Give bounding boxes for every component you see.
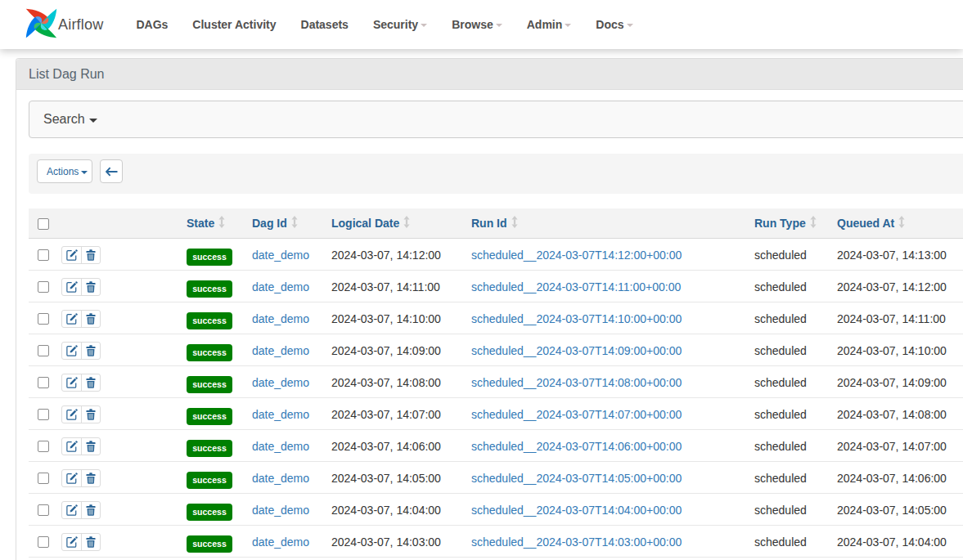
run-id-link[interactable]: scheduled__2024-03-07T14:05:00+00:00 bbox=[471, 472, 682, 485]
row-select-cell bbox=[29, 270, 55, 302]
dag-id-cell: date_demo bbox=[245, 238, 325, 270]
dag-id-link[interactable]: date_demo bbox=[252, 440, 309, 453]
nav-link-cluster-activity[interactable]: Cluster Activity bbox=[180, 0, 288, 49]
row-tools bbox=[61, 342, 101, 360]
nav-link-dags[interactable]: DAGs bbox=[124, 0, 180, 49]
dag-run-row: successdate_demo2024-03-07, 14:05:00sche… bbox=[29, 461, 963, 493]
delete-record-button[interactable] bbox=[81, 438, 100, 455]
actions-button[interactable]: Actions bbox=[37, 159, 92, 183]
trash-icon bbox=[86, 249, 96, 261]
column-label: Logical Date bbox=[331, 217, 399, 230]
dag-id-cell: date_demo bbox=[245, 429, 325, 461]
run-id-link[interactable]: scheduled__2024-03-07T14:03:00+00:00 bbox=[471, 535, 682, 549]
sort-run-type[interactable]: Run Type bbox=[754, 216, 817, 231]
delete-record-button[interactable] bbox=[81, 406, 100, 423]
nav-link-docs[interactable]: Docs bbox=[583, 0, 645, 49]
row-checkbox[interactable] bbox=[38, 345, 49, 356]
row-tools bbox=[61, 405, 101, 423]
edit-record-button[interactable] bbox=[62, 247, 81, 263]
airflow-brand[interactable]: Airflow bbox=[25, 11, 103, 38]
run-id-link[interactable]: scheduled__2024-03-07T14:11:00+00:00 bbox=[471, 280, 681, 293]
edit-record-button[interactable] bbox=[62, 534, 81, 550]
edit-record-button[interactable] bbox=[62, 406, 81, 423]
run-id-link[interactable]: scheduled__2024-03-07T14:06:00+00:00 bbox=[471, 440, 682, 453]
dag-id-link[interactable]: date_demo bbox=[252, 504, 309, 517]
nav-link-admin[interactable]: Admin bbox=[515, 0, 584, 49]
sort-run-id[interactable]: Run Id bbox=[471, 216, 518, 231]
dag-id-link[interactable]: date_demo bbox=[252, 472, 309, 485]
sort-queued-at[interactable]: Queued At bbox=[837, 216, 905, 231]
state-cell: success bbox=[180, 270, 245, 302]
nav-link-security[interactable]: Security bbox=[361, 0, 439, 49]
dag-id-link[interactable]: date_demo bbox=[252, 280, 309, 293]
delete-record-button[interactable] bbox=[81, 247, 100, 263]
edit-record-button[interactable] bbox=[62, 311, 81, 327]
edit-record-button[interactable] bbox=[62, 502, 81, 518]
state-cell: success bbox=[180, 429, 245, 461]
row-checkbox[interactable] bbox=[38, 536, 49, 548]
delete-record-button[interactable] bbox=[81, 502, 100, 518]
run-id-link[interactable]: scheduled__2024-03-07T14:09:00+00:00 bbox=[471, 344, 682, 357]
row-checkbox[interactable] bbox=[38, 313, 49, 325]
run-id-link[interactable]: scheduled__2024-03-07T14:07:00+00:00 bbox=[471, 408, 682, 421]
queued-at-cell: 2024-03-07, 14:13:00 bbox=[830, 238, 963, 270]
run-id-cell: scheduled__2024-03-07T14:06:00+00:00 bbox=[465, 429, 748, 461]
queued-at-cell: 2024-03-07, 14:09:00 bbox=[830, 365, 963, 397]
dag-id-link[interactable]: date_demo bbox=[252, 312, 309, 325]
run-id-link[interactable]: scheduled__2024-03-07T14:08:00+00:00 bbox=[471, 376, 682, 389]
dag-run-row: successdate_demo2024-03-07, 14:06:00sche… bbox=[29, 429, 963, 461]
sort-state[interactable]: State bbox=[187, 216, 225, 231]
delete-record-button[interactable] bbox=[81, 343, 100, 359]
row-select-cell bbox=[29, 525, 55, 557]
edit-record-button[interactable] bbox=[62, 343, 81, 359]
row-checkbox[interactable] bbox=[38, 281, 49, 293]
nav-link-datasets[interactable]: Datasets bbox=[289, 0, 361, 49]
state-badge: success bbox=[187, 472, 232, 490]
sort-dag-id[interactable]: Dag Id bbox=[252, 216, 298, 231]
actions-caret-icon bbox=[81, 171, 88, 174]
run-id-link[interactable]: scheduled__2024-03-07T14:12:00+00:00 bbox=[471, 249, 682, 262]
nav-link-browse[interactable]: Browse bbox=[439, 0, 515, 49]
edit-record-button[interactable] bbox=[62, 374, 81, 391]
panel-body: Search Actions State Dag Id bbox=[16, 90, 963, 560]
dag-id-link[interactable]: date_demo bbox=[252, 535, 309, 549]
row-checkbox[interactable] bbox=[38, 473, 49, 484]
queued-at-cell: 2024-03-07, 14:08:00 bbox=[830, 397, 963, 429]
run-id-link[interactable]: scheduled__2024-03-07T14:10:00+00:00 bbox=[471, 312, 682, 325]
dag-id-link[interactable]: date_demo bbox=[252, 376, 309, 389]
row-checkbox[interactable] bbox=[38, 377, 49, 388]
row-checkbox[interactable] bbox=[38, 504, 49, 516]
nav-item-dags: DAGs bbox=[124, 0, 180, 49]
run-id-cell: scheduled__2024-03-07T14:08:00+00:00 bbox=[465, 365, 748, 397]
sort-logical-date[interactable]: Logical Date bbox=[331, 216, 410, 231]
run-id-link[interactable]: scheduled__2024-03-07T14:04:00+00:00 bbox=[471, 504, 682, 517]
back-button[interactable] bbox=[100, 159, 123, 183]
delete-record-button[interactable] bbox=[81, 311, 100, 327]
delete-record-button[interactable] bbox=[81, 470, 100, 486]
edit-record-button[interactable] bbox=[62, 470, 81, 486]
dag-id-link[interactable]: date_demo bbox=[252, 344, 309, 357]
delete-record-button[interactable] bbox=[81, 374, 100, 391]
delete-record-button[interactable] bbox=[81, 534, 100, 550]
dag-run-row: successdate_demo2024-03-07, 14:04:00sche… bbox=[29, 493, 963, 525]
run-type-cell: scheduled bbox=[748, 302, 830, 334]
edit-record-button[interactable] bbox=[62, 279, 81, 295]
row-select-cell bbox=[29, 238, 55, 270]
dag-runs-table: State Dag Id Logical Date Run Id Run Typ… bbox=[29, 208, 963, 558]
queued-at-cell: 2024-03-07, 14:06:00 bbox=[830, 461, 963, 493]
dag-id-link[interactable]: date_demo bbox=[252, 249, 309, 262]
row-checkbox[interactable] bbox=[38, 409, 49, 420]
nav-caret-icon bbox=[496, 24, 502, 27]
edit-record-button[interactable] bbox=[62, 438, 81, 455]
select-all-checkbox[interactable] bbox=[38, 218, 49, 230]
row-checkbox[interactable] bbox=[38, 441, 49, 452]
row-checkbox[interactable] bbox=[38, 249, 49, 261]
state-badge: success bbox=[187, 249, 232, 267]
search-toggle[interactable]: Search bbox=[43, 112, 97, 127]
nav-item-browse: Browse bbox=[439, 0, 515, 49]
dag-run-row: successdate_demo2024-03-07, 14:12:00sche… bbox=[29, 238, 963, 270]
column-header-logical-date: Logical Date bbox=[325, 208, 465, 238]
state-badge: success bbox=[187, 535, 232, 553]
dag-id-link[interactable]: date_demo bbox=[252, 408, 309, 421]
delete-record-button[interactable] bbox=[81, 279, 100, 295]
